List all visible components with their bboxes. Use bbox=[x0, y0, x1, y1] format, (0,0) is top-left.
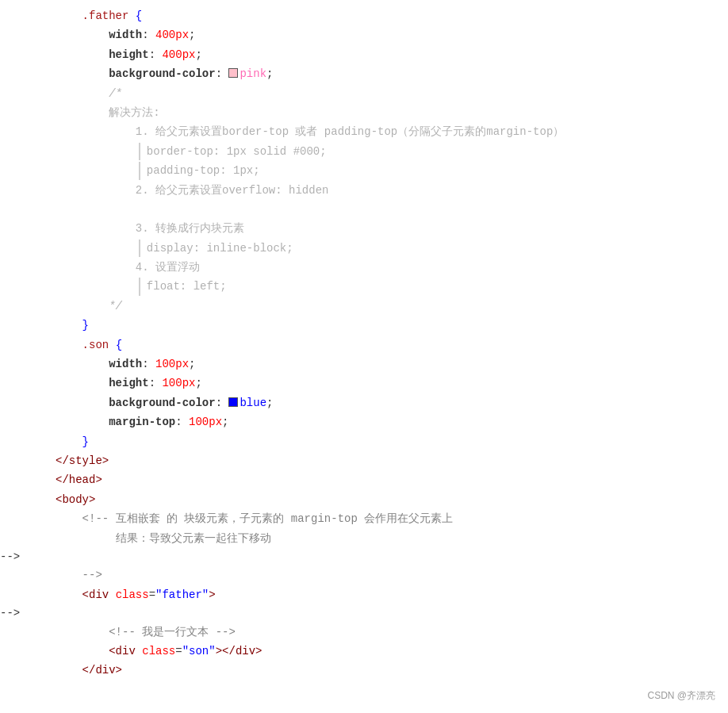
line-content: height: 400px; bbox=[56, 46, 728, 63]
code-line: margin-top: 100px; bbox=[0, 412, 728, 431]
code-line: .father { bbox=[0, 6, 728, 25]
line-content: padding-top: 1px; bbox=[56, 162, 728, 179]
code-line: --> bbox=[0, 565, 728, 585]
line-content: margin-top: 100px; bbox=[56, 413, 728, 431]
code-line: background-color: pink; bbox=[0, 64, 728, 83]
line-content: } bbox=[56, 316, 728, 334]
line-content: 1. 给父元素设置border-top 或者 padding-top（分隔父子元… bbox=[56, 123, 728, 140]
code-line: <body> bbox=[0, 490, 728, 509]
color-swatch-blue bbox=[228, 397, 238, 407]
line-content: background-color: blue; bbox=[56, 394, 728, 412]
watermark: CSDN @齐漂亮 bbox=[647, 688, 715, 703]
code-line: 4. 设置浮动 bbox=[0, 258, 728, 277]
code-line: </head> bbox=[0, 470, 728, 489]
code-line: /* bbox=[0, 84, 728, 103]
line-content: 4. 设置浮动 bbox=[56, 259, 728, 276]
line-content: 3. 转换成行内块元素 bbox=[56, 220, 728, 237]
line-content: display: inline-block; bbox=[56, 240, 728, 257]
line-content: width: 400px; bbox=[56, 26, 728, 44]
line-content: } bbox=[56, 433, 728, 450]
line-content: /* bbox=[56, 85, 728, 102]
code-line: </div> bbox=[0, 661, 728, 680]
line-content: </head> bbox=[56, 471, 728, 489]
line-content: float: left; bbox=[56, 278, 728, 295]
line-content: 结果：导致父元素一起往下移动 bbox=[56, 530, 728, 547]
code-line: height: 400px; bbox=[0, 45, 728, 64]
line-content: .son { bbox=[56, 336, 728, 354]
code-line: display: inline-block; bbox=[0, 239, 728, 258]
code-line: } bbox=[0, 316, 728, 335]
line-content: <!-- 我是一行文本 --> bbox=[56, 623, 728, 641]
line-content: .father { bbox=[56, 7, 728, 25]
code-line: 3. 转换成行内块元素 bbox=[0, 219, 728, 238]
code-line: <!-- 我是一行文本 --> bbox=[0, 623, 728, 642]
code-line: </style> bbox=[0, 451, 728, 470]
code-line: } bbox=[0, 432, 728, 451]
code-line: .son { bbox=[0, 335, 728, 355]
line-content: 2. 给父元素设置overflow: hidden bbox=[56, 182, 728, 199]
code-line: border-top: 1px solid #000; bbox=[0, 142, 728, 161]
code-line: 1. 给父元素设置border-top 或者 padding-top（分隔父子元… bbox=[0, 122, 728, 141]
code-line: width: 100px; bbox=[0, 355, 728, 374]
code-line: */ bbox=[0, 297, 728, 316]
line-content: </div> bbox=[56, 661, 728, 679]
line-content: </style> bbox=[56, 452, 728, 470]
code-line: <div class="son"></div> bbox=[0, 642, 728, 661]
code-line: padding-top: 1px; bbox=[0, 161, 728, 180]
line-content: <div class="son"></div> bbox=[56, 642, 728, 660]
line-content: --> bbox=[56, 566, 728, 584]
line-content: background-color: pink; bbox=[56, 65, 728, 82]
code-line bbox=[0, 200, 728, 219]
line-content: height: 100px; bbox=[56, 374, 728, 392]
line-content: <!-- 互相嵌套 的 块级元素，子元素的 margin-top 会作用在父元素… bbox=[56, 510, 728, 527]
line-content: 解决方法: bbox=[56, 104, 728, 121]
line-content: border-top: 1px solid #000; bbox=[56, 143, 728, 160]
color-swatch-pink bbox=[228, 68, 238, 78]
code-editor: .father { width: 400px; height: 400px; b… bbox=[0, 0, 728, 713]
code-line: <div class="father"> bbox=[0, 585, 728, 604]
code-line: 解决方法: bbox=[0, 103, 728, 122]
code-line: 结果：导致父元素一起往下移动 bbox=[0, 529, 728, 548]
code-line: <!-- 互相嵌套 的 块级元素，子元素的 margin-top 会作用在父元素… bbox=[0, 509, 728, 528]
code-line: background-color: blue; bbox=[0, 393, 728, 412]
code-line: height: 100px; bbox=[0, 374, 728, 393]
code-line: width: 400px; bbox=[0, 25, 728, 44]
line-content: width: 100px; bbox=[56, 355, 728, 373]
line-content: */ bbox=[56, 297, 728, 315]
line-content bbox=[56, 201, 728, 218]
code-line: 2. 给父元素设置overflow: hidden bbox=[0, 181, 728, 200]
line-content: <body> bbox=[56, 491, 728, 508]
line-content: <div class="father"> bbox=[56, 586, 728, 604]
code-line: float: left; bbox=[0, 277, 728, 296]
